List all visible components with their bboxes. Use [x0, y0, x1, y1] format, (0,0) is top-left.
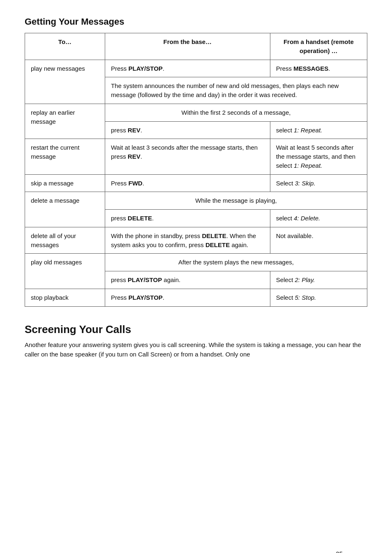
- row-delete-to: delete a message: [25, 192, 105, 227]
- row-delete-base: press DELETE.: [105, 210, 270, 227]
- row-playold-handset: Select 2: Play.: [270, 271, 367, 289]
- row-deleteall-handset: Not available.: [270, 227, 367, 254]
- bold-text: MESSAGES: [293, 65, 328, 72]
- row-stop-handset: Select 5: Stop.: [270, 289, 367, 306]
- row-play-new-base-2: The system announces the number of new a…: [105, 77, 367, 104]
- section2-title: Screening Your Calls: [25, 323, 367, 336]
- row-play-new-handset-1: Press MESSAGES.: [270, 60, 367, 77]
- italic-text: 4: Delete.: [294, 215, 320, 222]
- row-deleteall-base: With the phone in standby, press DELETE.…: [105, 227, 270, 254]
- italic-text: 1: Repeat.: [294, 162, 322, 169]
- bold-text: DELETE: [128, 215, 152, 222]
- row-restart-base: Wait at least 3 seconds after the messag…: [105, 139, 270, 174]
- row-deleteall-to: delete all of your messages: [25, 227, 105, 254]
- row-playold-merged-top: After the system plays the new messages,: [105, 254, 367, 271]
- col-header-base: From the base…: [105, 33, 270, 60]
- row-skip-to: skip a message: [25, 174, 105, 192]
- row-replay-to: replay an earlier message: [25, 104, 105, 139]
- italic-text: 2: Play.: [295, 276, 315, 283]
- col-header-handset: From a handset (remote operation) …: [270, 33, 367, 60]
- messages-table: To… From the base… From a handset (remot…: [25, 33, 367, 307]
- row-restart-to: restart the current message: [25, 139, 105, 174]
- section1-title: Getting Your Messages: [25, 16, 367, 27]
- section2-body: Another feature your answering system gi…: [25, 340, 367, 359]
- page-number: 25: [336, 550, 343, 553]
- col-header-to: To…: [25, 33, 105, 60]
- bold-text: REV: [128, 153, 141, 160]
- row-playold-base: press PLAY/STOP again.: [105, 271, 270, 289]
- bold-text: REV: [128, 127, 141, 134]
- bold-text: DELETE: [205, 241, 230, 248]
- table-row: delete a message While the message is pl…: [25, 192, 367, 210]
- table-row: replay an earlier message Within the fir…: [25, 104, 367, 121]
- row-delete-handset: select 4: Delete.: [270, 210, 367, 227]
- italic-text: 1: Repeat.: [294, 127, 322, 134]
- row-skip-handset: Select 3: Skip.: [270, 174, 367, 192]
- bold-text: DELETE: [202, 232, 226, 239]
- table-row: skip a message Press FWD. Select 3: Skip…: [25, 174, 367, 192]
- bold-text: PLAY/STOP: [128, 276, 162, 283]
- row-restart-handset: Wait at least 5 seconds after the messag…: [270, 139, 367, 174]
- row-play-new-to: play new messages: [25, 60, 105, 104]
- row-stop-base: Press PLAY/STOP.: [105, 289, 270, 306]
- table-row: delete all of your messages With the pho…: [25, 227, 367, 254]
- table-row: play new messages Press PLAY/STOP. Press…: [25, 60, 367, 77]
- bold-text: FWD: [128, 180, 142, 187]
- bold-text: PLAY/STOP: [128, 65, 162, 72]
- row-playold-to: play old messages: [25, 254, 105, 289]
- table-row: restart the current message Wait at leas…: [25, 139, 367, 174]
- row-replay-handset: select 1: Repeat.: [270, 121, 367, 139]
- bold-text: PLAY/STOP: [128, 294, 162, 301]
- table-row: stop playback Press PLAY/STOP. Select 5:…: [25, 289, 367, 306]
- page-wrapper: Getting Your Messages To… From the base……: [25, 16, 367, 553]
- italic-text: 5: Stop.: [295, 294, 316, 301]
- row-replay-merged-top: Within the first 2 seconds of a message,: [105, 104, 367, 121]
- row-play-new-base-1: Press PLAY/STOP.: [105, 60, 270, 77]
- row-skip-base: Press FWD.: [105, 174, 270, 192]
- row-stop-to: stop playback: [25, 289, 105, 306]
- italic-text: 3: Skip.: [295, 180, 316, 187]
- table-row: play old messages After the system plays…: [25, 254, 367, 271]
- row-delete-merged-top: While the message is playing,: [105, 192, 367, 210]
- row-replay-base: press REV.: [105, 121, 270, 139]
